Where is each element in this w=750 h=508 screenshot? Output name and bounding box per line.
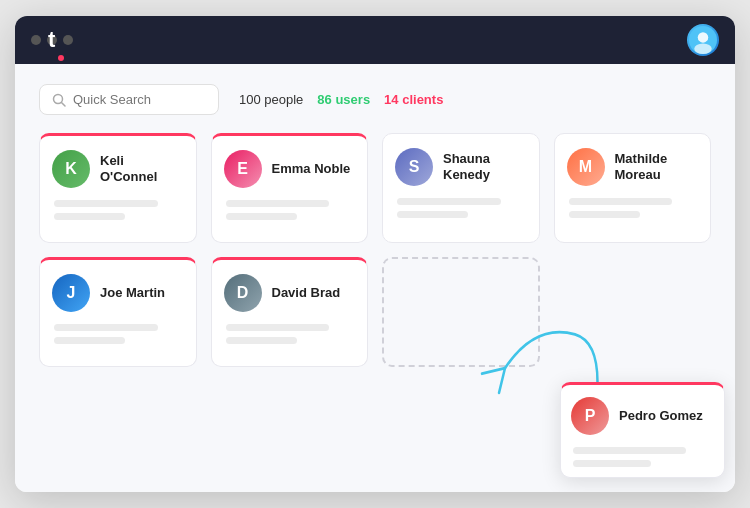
app-window: t 100 people 86 users 1: [15, 16, 735, 492]
titlebar: t: [15, 16, 735, 64]
toolbar: 100 people 86 users 14 clients: [39, 84, 711, 115]
name-pedro: Pedro Gomez: [619, 408, 703, 424]
dot-close: [31, 35, 41, 45]
search-icon: [52, 93, 66, 107]
card-emma[interactable]: E Emma Noble: [211, 133, 369, 243]
logo-letter: t: [48, 27, 54, 53]
card-mathilde[interactable]: M Mathilde Moreau: [554, 133, 712, 243]
card-placeholder: [382, 257, 540, 367]
name-mathilde: Mathilde Moreau: [615, 151, 699, 182]
svg-point-2: [694, 44, 712, 55]
clients-count: 14 clients: [384, 92, 443, 107]
people-grid: K Keli O'Connel E Emma Noble: [39, 133, 711, 367]
search-input[interactable]: [73, 92, 206, 107]
name-keli: Keli O'Connel: [100, 153, 184, 184]
avatar-keli: K: [52, 150, 90, 188]
svg-line-4: [62, 102, 66, 106]
card-joe[interactable]: J Joe Martin: [39, 257, 197, 367]
name-david: David Brad: [272, 285, 341, 301]
logo-dot: [58, 55, 64, 61]
card-keli[interactable]: K Keli O'Connel: [39, 133, 197, 243]
name-joe: Joe Martin: [100, 285, 165, 301]
avatar-joe: J: [52, 274, 90, 312]
avatar-pedro: P: [571, 397, 609, 435]
avatar-shauna: S: [395, 148, 433, 186]
dot-maximize: [63, 35, 73, 45]
people-count: 100 people: [239, 92, 303, 107]
content-area: 100 people 86 users 14 clients K Keli O'…: [15, 64, 735, 492]
avatar-mathilde: M: [567, 148, 605, 186]
search-box[interactable]: [39, 84, 219, 115]
nav-avatar[interactable]: [687, 24, 719, 56]
svg-point-1: [698, 32, 709, 43]
card-empty: [554, 257, 712, 367]
logo: t: [48, 27, 64, 53]
name-shauna: Shauna Kenedy: [443, 151, 527, 182]
avatar-emma: E: [224, 150, 262, 188]
name-emma: Emma Noble: [272, 161, 351, 177]
floating-card-pedro[interactable]: P Pedro Gomez: [560, 382, 725, 478]
users-count: 86 users: [317, 92, 370, 107]
stats-bar: 100 people 86 users 14 clients: [239, 92, 443, 107]
avatar-david: D: [224, 274, 262, 312]
card-david[interactable]: D David Brad: [211, 257, 369, 367]
card-shauna[interactable]: S Shauna Kenedy: [382, 133, 540, 243]
